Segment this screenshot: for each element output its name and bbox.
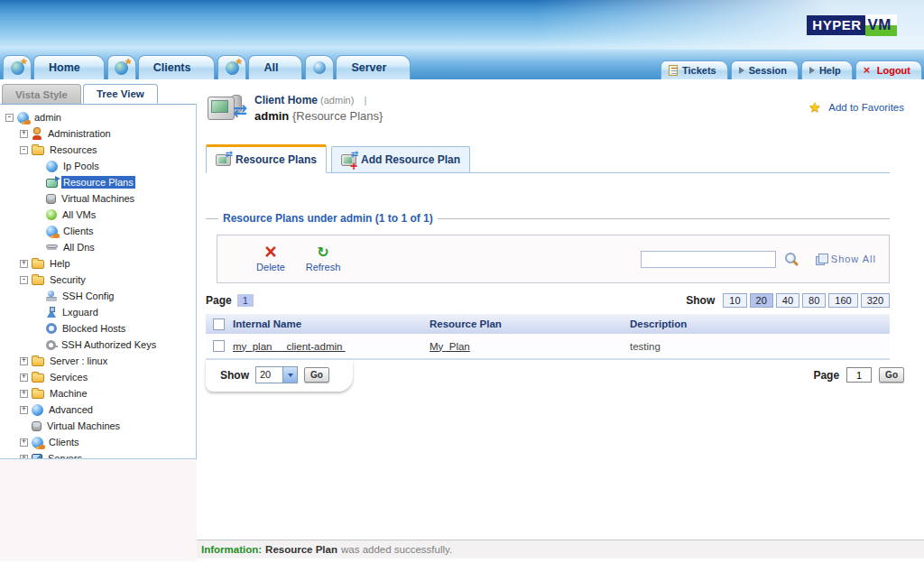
delete-button[interactable]: Delete xyxy=(245,245,297,272)
page-size-320[interactable]: 320 xyxy=(861,293,890,308)
tab-add-resource-plan[interactable]: Add Resource Plan xyxy=(331,146,470,172)
sidebar-style-tabs: Vista StyleTree View xyxy=(2,84,197,104)
tree-item-security[interactable]: -Security xyxy=(0,272,196,288)
tree-item-virtual-machines[interactable]: Virtual Machines xyxy=(0,190,196,207)
util-tab-tickets[interactable]: Tickets xyxy=(661,60,728,79)
page-number-badge[interactable]: 1 xyxy=(237,294,254,307)
sidebar-tab-vista-style[interactable]: Vista Style xyxy=(2,84,81,104)
tree-item-advanced[interactable]: +Advanced xyxy=(0,401,196,418)
resource-plan-link[interactable]: My_Plan xyxy=(430,341,470,352)
page-title: admin xyxy=(254,109,289,123)
tree-item-server-linux[interactable]: +Server : linux xyxy=(0,353,196,369)
tree-item-virtual-machines[interactable]: Virtual Machines xyxy=(0,418,196,434)
tree-item-ssh-config[interactable]: SSH Config xyxy=(0,288,196,304)
ssh-icon xyxy=(46,291,57,301)
minus-expander[interactable]: - xyxy=(20,146,28,154)
tab-resource-plans[interactable]: Resource Plans xyxy=(206,144,327,173)
minus-expander[interactable]: - xyxy=(20,276,28,284)
close-icon xyxy=(864,65,873,76)
folder-icon xyxy=(32,260,44,269)
globe-star-icon xyxy=(226,61,239,75)
tree-item-all-vms[interactable]: All VMs xyxy=(0,207,196,223)
show-go-button[interactable]: Go xyxy=(304,367,329,383)
nav-tab-icon-box xyxy=(3,55,32,79)
show-all-button[interactable]: Show All xyxy=(816,254,876,265)
tree-item-ssh-authorized-keys[interactable]: SSH Authorized Keys xyxy=(0,337,196,353)
page-size-40[interactable]: 40 xyxy=(776,293,799,308)
section-header: Resource Plans under admin (1 to 1 of 1) xyxy=(206,212,890,225)
column-header-description: Description xyxy=(630,318,890,329)
tree-item-all-dns[interactable]: All Dns xyxy=(0,239,196,255)
add-to-favorites-button[interactable]: Add to Favorites xyxy=(808,100,904,115)
bottom-controls: Show 20 Go Page Go xyxy=(206,360,890,396)
tree-item-resources[interactable]: -Resources xyxy=(0,142,196,158)
plus-expander[interactable]: + xyxy=(20,438,28,447)
refresh-button[interactable]: Refresh xyxy=(297,245,349,272)
tree-item-blocked-hosts[interactable]: Blocked Hosts xyxy=(0,320,196,337)
util-tab-help[interactable]: Help xyxy=(801,60,853,79)
refresh-label: Refresh xyxy=(306,262,341,272)
tree-item-label: admin xyxy=(32,111,63,124)
sidebar-tab-tree-view[interactable]: Tree View xyxy=(83,84,158,104)
tree-item-clients[interactable]: +Clients xyxy=(0,434,196,450)
breadcrumb-text: Client Home (admin) | admin {Resource Pl… xyxy=(254,93,383,124)
internal-name-cell: my_plan client-admin xyxy=(233,341,430,352)
search-icon[interactable] xyxy=(784,252,799,266)
plus-expander[interactable]: + xyxy=(20,374,28,382)
tree-item-lxguard[interactable]: Lxguard xyxy=(0,304,196,320)
page-size-select[interactable]: 20 xyxy=(255,366,298,383)
nav-tab-label: Home xyxy=(33,55,105,79)
plan-icon xyxy=(46,179,58,188)
tree-item-machine[interactable]: +Machine xyxy=(0,385,196,401)
page-size-20[interactable]: 20 xyxy=(750,293,773,308)
column-header-resource-plan: Resource Plan xyxy=(430,318,630,329)
tree-item-clients[interactable]: Clients xyxy=(0,223,196,239)
tree-item-ip-pools[interactable]: Ip Pools xyxy=(0,158,196,174)
tree-item-label: Resource Plans xyxy=(61,176,135,189)
page-number-input[interactable] xyxy=(846,367,872,383)
tree-item-resource-plans[interactable]: Resource Plans xyxy=(0,174,196,190)
util-tab-logout[interactable]: Logout xyxy=(855,60,922,79)
plus-expander[interactable]: + xyxy=(20,260,28,268)
search-input[interactable] xyxy=(641,251,776,268)
content-tabs: Resource Plans Add Resource Plan xyxy=(206,144,890,173)
tree-item-administration[interactable]: +Administration xyxy=(0,125,196,142)
internal-name-link[interactable]: my_plan client-admin xyxy=(233,341,346,352)
nav-tab-all[interactable]: All xyxy=(217,55,302,79)
tree-item-services[interactable]: +Services xyxy=(0,369,196,385)
page-label: Page xyxy=(206,294,232,307)
page-size-160[interactable]: 160 xyxy=(828,293,857,308)
nav-tab-server[interactable]: Server xyxy=(305,55,411,79)
minus-expander[interactable]: - xyxy=(5,114,14,122)
tree-item-label: Virtual Machines xyxy=(45,420,122,432)
page-go-button[interactable]: Go xyxy=(879,367,904,383)
nav-tab-home[interactable]: Home xyxy=(3,55,105,79)
plus-expander[interactable]: + xyxy=(20,390,28,398)
plus-expander[interactable]: + xyxy=(20,357,28,365)
folder-icon xyxy=(32,276,44,285)
nav-tab-icon-box xyxy=(107,55,136,79)
row-checkbox[interactable] xyxy=(213,340,225,352)
tree-item-label: Advanced xyxy=(47,403,95,416)
page-size-10[interactable]: 10 xyxy=(723,293,746,308)
select-all-checkbox[interactable] xyxy=(213,318,225,330)
util-tab-label: Logout xyxy=(877,65,910,76)
table-body: my_plan client-admin My_Plantesting xyxy=(206,334,890,358)
page-size-80[interactable]: 80 xyxy=(802,293,826,308)
plus-expander[interactable]: + xyxy=(20,406,28,414)
plus-expander[interactable]: + xyxy=(20,130,28,138)
top-header: HYPERVM HomeClientsAllServer TicketsSess… xyxy=(0,0,924,81)
nav-tab-label: All xyxy=(248,55,302,79)
tree-item-admin[interactable]: -admin xyxy=(0,109,196,125)
resource-plans-table: Internal NameResource PlanDescription my… xyxy=(206,313,890,358)
client-home-link[interactable]: Client Home xyxy=(254,94,318,106)
tree-item-servers[interactable]: +Servers xyxy=(0,450,196,459)
tree-item-help[interactable]: +Help xyxy=(0,255,196,272)
util-tab-label: Tickets xyxy=(682,65,716,76)
tree-item-label: Services xyxy=(48,371,89,383)
search-group: Show All xyxy=(641,251,876,268)
main-inner: Client Home (admin) | admin {Resource Pl… xyxy=(197,93,924,396)
resource-plans-page-icon xyxy=(206,93,245,129)
nav-tab-clients[interactable]: Clients xyxy=(107,55,216,79)
util-tab-session[interactable]: Session xyxy=(731,60,799,79)
